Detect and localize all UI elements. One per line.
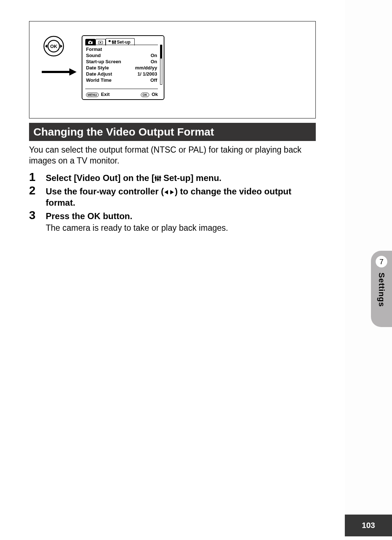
chapter-label: Settings: [377, 273, 386, 307]
svg-marker-4: [60, 44, 62, 48]
ok-badge: OK: [141, 93, 150, 97]
lcd-footer-exit: MENU Exit: [86, 92, 110, 97]
diagram-box: OK: [29, 21, 316, 118]
intro-paragraph: You can select the output format (NTSC o…: [29, 145, 316, 166]
svg-marker-3: [45, 44, 47, 48]
svg-text:OK: OK: [50, 44, 57, 49]
step-item: 3 Press the OK button. The camera is rea…: [29, 209, 316, 233]
lcd-tab-bar: Set-up: [85, 37, 135, 45]
svg-rect-14: [112, 41, 113, 42]
svg-rect-17: [115, 40, 116, 44]
lcd-menu-row: World TimeOff: [86, 77, 157, 83]
page-number-box: 103: [345, 515, 392, 536]
lcd-menu-row: SoundOn: [86, 52, 157, 59]
svg-rect-22: [157, 179, 159, 180]
chapter-tab: 7 Settings: [371, 251, 392, 327]
step-title: Use the four-way controller () to change…: [46, 186, 316, 208]
step-item: 2 Use the four-way controller () to chan…: [29, 184, 316, 208]
lcd-menu-list: Format SoundOn Start-up ScreenOn Date St…: [86, 46, 157, 83]
chapter-number-circle: 7: [376, 256, 387, 267]
svg-marker-11: [100, 42, 102, 43]
svg-rect-20: [155, 177, 157, 178]
lcd-tab-setup-label: Set-up: [117, 40, 130, 45]
svg-marker-6: [69, 68, 77, 76]
step-number: 2: [29, 184, 39, 197]
step-number: 3: [29, 209, 39, 222]
ok-button-diagram: OK: [41, 35, 66, 57]
lcd-footer-ok: OK Ok: [141, 92, 158, 97]
lcd-tab-setup: Set-up: [106, 38, 135, 45]
svg-marker-12: [108, 40, 111, 42]
chapter-number: 7: [379, 258, 383, 266]
step-description: The camera is ready to take or play back…: [46, 223, 316, 234]
left-right-arrows-icon: [164, 189, 175, 195]
setup-tools-icon: [112, 40, 116, 44]
steps-list: 1 Select [Video Out] on the [ Set-up] me…: [29, 171, 316, 234]
svg-rect-23: [159, 176, 160, 181]
step-title: Select [Video Out] on the [ Set-up] menu…: [46, 172, 316, 184]
section-heading: Changing the Video Output Format: [29, 123, 316, 141]
svg-rect-16: [113, 43, 115, 43]
setup-tools-icon: [155, 175, 161, 182]
step-item: 1 Select [Video Out] on the [ Set-up] me…: [29, 171, 316, 184]
lcd-menu-row: Start-up ScreenOn: [86, 59, 157, 65]
svg-rect-9: [89, 41, 91, 42]
page-number: 103: [362, 521, 375, 530]
menu-badge: MENU: [86, 93, 99, 97]
svg-marker-26: [170, 190, 174, 194]
step-number: 1: [29, 171, 39, 184]
down-arrow-icon: [41, 67, 77, 77]
svg-point-8: [90, 42, 91, 43]
lcd-menu-row: Date Adjust1/ 1/2003: [86, 71, 157, 77]
svg-rect-15: [114, 40, 114, 44]
step-title: Press the OK button.: [46, 210, 316, 222]
lcd-footer: MENU Exit OK Ok: [86, 92, 158, 97]
lcd-scrollbar-thumb: [160, 45, 162, 59]
svg-rect-21: [157, 176, 158, 181]
svg-marker-25: [164, 190, 168, 194]
svg-rect-18: [115, 41, 116, 42]
lcd-screen: Set-up Format SoundOn Start-up ScreenOn …: [82, 35, 164, 100]
lcd-menu-row: Date Stylemm/dd/yy: [86, 65, 157, 71]
lcd-menu-row: Format: [86, 46, 157, 52]
